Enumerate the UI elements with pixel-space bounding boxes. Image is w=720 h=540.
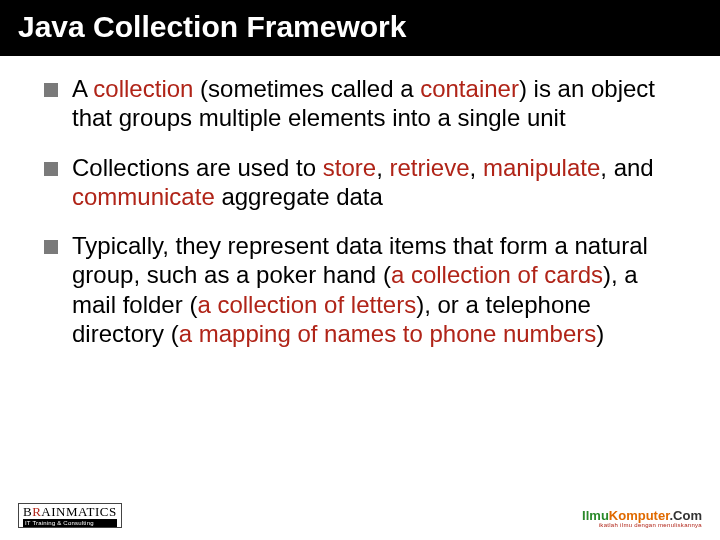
ilmukomputer-tagline: ikatlah ilmu dengan menuliskannya <box>582 522 702 528</box>
slide-title: Java Collection Framework <box>18 10 702 44</box>
bullet-item: Collections are used to store, retrieve,… <box>44 153 686 212</box>
svg-rect-2 <box>44 240 58 254</box>
bullet-text: Collections are used to store, retrieve,… <box>72 153 686 212</box>
bullet-item: Typically, they represent data items tha… <box>44 231 686 348</box>
svg-rect-0 <box>44 83 58 97</box>
svg-rect-1 <box>44 162 58 176</box>
slide: Java Collection Framework A collection (… <box>0 0 720 540</box>
ilmukomputer-logo-text: IlmuKomputer.Com <box>582 509 702 522</box>
brainmatics-logo-text: BRAINMATICS <box>23 505 117 518</box>
bullet-marker-icon <box>44 162 58 176</box>
bullet-text: Typically, they represent data items tha… <box>72 231 686 348</box>
footer-right-logo: IlmuKomputer.Com ikatlah ilmu dengan men… <box>582 509 702 528</box>
bullet-text: A collection (sometimes called a contain… <box>72 74 686 133</box>
footer-left-logo: BRAINMATICS IT Training & Consulting <box>18 503 122 528</box>
title-bar: Java Collection Framework <box>0 0 720 56</box>
bullet-marker-icon <box>44 83 58 97</box>
brainmatics-tagline: IT Training & Consulting <box>23 519 117 527</box>
footer: BRAINMATICS IT Training & Consulting Ilm… <box>0 490 720 532</box>
bullet-item: A collection (sometimes called a contain… <box>44 74 686 133</box>
slide-body: A collection (sometimes called a contain… <box>0 56 720 540</box>
bullet-marker-icon <box>44 240 58 254</box>
